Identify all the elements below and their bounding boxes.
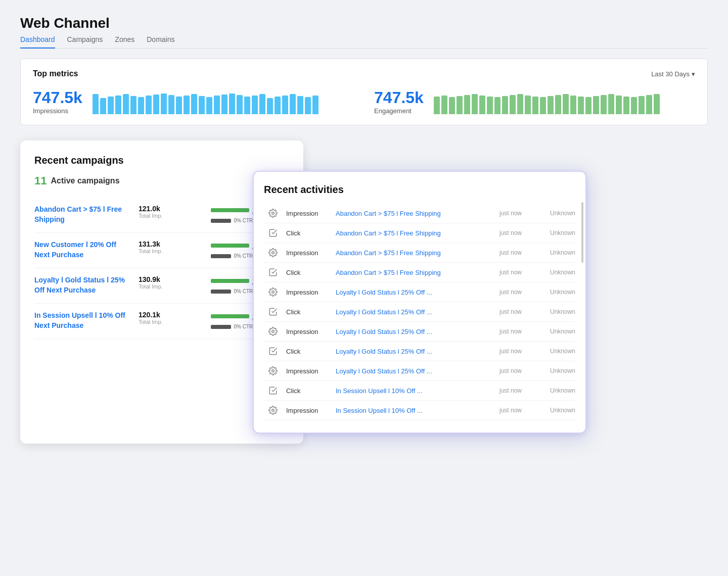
activity-time: just now xyxy=(490,387,531,394)
bar xyxy=(115,95,121,115)
activity-time: just now xyxy=(490,308,531,315)
activity-time: just now xyxy=(490,249,531,256)
bar xyxy=(267,98,273,115)
bar xyxy=(502,96,508,114)
bar xyxy=(312,95,318,114)
date-range-label: Last 30 Days xyxy=(651,70,690,78)
activity-device: Unknown xyxy=(535,387,575,394)
activity-campaign-link[interactable]: Loyalty l Gold Status l 25% Off ... xyxy=(336,289,486,296)
activity-row: ClickAbandon Cart > $75 l Free Shippingj… xyxy=(264,223,575,243)
gear-icon xyxy=(264,327,282,336)
activities-list: ImpressionAbandon Cart > $75 l Free Ship… xyxy=(264,204,575,420)
svg-point-2 xyxy=(272,291,275,294)
activity-row: ImpressionAbandon Cart > $75 l Free Ship… xyxy=(264,204,575,223)
bar xyxy=(654,94,660,114)
scrollbar[interactable] xyxy=(581,202,583,263)
bar xyxy=(578,97,584,114)
engagement-bars xyxy=(434,89,695,114)
activity-campaign-link[interactable]: Abandon Cart > $75 l Free Shipping xyxy=(336,210,486,217)
activity-row: ImpressionLoyalty l Gold Status l 25% Of… xyxy=(264,282,575,302)
activity-campaign-link[interactable]: Loyalty l Gold Status l 25% Off ... xyxy=(336,308,486,316)
tab-zones[interactable]: Zones xyxy=(115,35,134,49)
bar xyxy=(585,97,592,114)
activity-type: Click xyxy=(286,308,332,316)
activity-type: Impression xyxy=(286,328,332,335)
activity-row: ClickLoyalty l Gold Status l 25% Off ...… xyxy=(264,342,575,361)
cards-area: Recent campaigns 11 Active campaigns Aba… xyxy=(20,140,708,444)
activity-campaign-link[interactable]: In Session Upsell l 10% Off ... xyxy=(336,407,486,414)
campaign-name[interactable]: In Session Upsell l 10% Off Next Purchas… xyxy=(34,311,130,330)
click-icon xyxy=(264,347,282,356)
campaign-row: In Session Upsell l 10% Off Next Purchas… xyxy=(34,304,289,339)
bar xyxy=(237,95,243,114)
campaign-imp-label: Total Imp. xyxy=(139,319,203,325)
bar xyxy=(153,94,159,114)
activity-campaign-link[interactable]: Abandon Cart > $75 l Free Shipping xyxy=(336,229,486,237)
activity-device: Unknown xyxy=(535,229,575,236)
activity-device: Unknown xyxy=(535,407,575,414)
svg-point-3 xyxy=(272,330,275,333)
activity-time: just now xyxy=(490,229,531,236)
svg-point-1 xyxy=(272,252,275,254)
campaign-name[interactable]: Abandon Cart > $75 l Free Shipping xyxy=(34,205,130,224)
campaign-name[interactable]: New Customer l 20% Off Next Purchase xyxy=(34,240,130,260)
bar xyxy=(593,96,599,114)
bar xyxy=(639,96,645,114)
activity-campaign-link[interactable]: Abandon Cart > $75 l Free Shipping xyxy=(336,249,486,257)
tab-campaigns[interactable]: Campaigns xyxy=(67,35,103,49)
ctr-green-bar xyxy=(211,279,249,283)
bar xyxy=(540,97,546,114)
active-campaigns-label: 11 Active campaigns xyxy=(34,174,289,187)
campaign-row: New Customer l 20% Off Next Purchase 131… xyxy=(34,233,289,268)
bar xyxy=(252,95,258,115)
bar xyxy=(563,94,569,114)
bar xyxy=(441,95,447,115)
bar xyxy=(221,94,228,114)
chevron-down-icon: ▾ xyxy=(692,70,695,78)
click-icon xyxy=(264,386,282,395)
bar xyxy=(191,94,197,114)
activity-campaign-link[interactable]: Abandon Cart > $75 l Free Shipping xyxy=(336,269,486,276)
activity-time: just now xyxy=(490,348,531,355)
bar xyxy=(138,97,144,114)
campaign-impressions: 120.1k xyxy=(139,311,203,319)
impressions-info: 747.5k Impressions xyxy=(33,88,82,115)
activity-device: Unknown xyxy=(535,328,575,335)
bar xyxy=(297,96,303,114)
tab-dashboard[interactable]: Dashboard xyxy=(20,35,55,49)
bar xyxy=(176,97,182,114)
bar xyxy=(517,94,523,114)
bar xyxy=(259,94,265,114)
bar xyxy=(275,97,281,114)
activity-device: Unknown xyxy=(535,367,575,374)
date-range-selector[interactable]: Last 30 Days ▾ xyxy=(651,70,695,78)
tab-domains[interactable]: Domains xyxy=(147,35,174,49)
campaign-name[interactable]: Loyalty l Gold Status l 25% Off Next Pur… xyxy=(34,275,130,295)
bar xyxy=(123,94,129,114)
activity-campaign-link[interactable]: Loyalty l Gold Status l 25% Off ... xyxy=(336,367,486,375)
bar xyxy=(146,95,152,114)
campaign-imp-label: Total Imp. xyxy=(139,283,203,290)
activity-type: Click xyxy=(286,229,332,237)
campaign-row: Loyalty l Gold Status l 25% Off Next Pur… xyxy=(34,268,289,304)
engagement-info: 747.5k Engagement xyxy=(374,88,424,115)
activity-device: Unknown xyxy=(535,249,575,256)
bar xyxy=(161,93,167,114)
recent-activities-card: Recent activities ImpressionAbandon Cart… xyxy=(253,171,586,434)
gear-icon xyxy=(264,366,282,375)
activity-row: ClickIn Session Upsell l 10% Off ...just… xyxy=(264,381,575,401)
ctr-dark-bar xyxy=(211,290,231,294)
activity-type: Impression xyxy=(286,249,332,257)
activity-row: ImpressionLoyalty l Gold Status l 25% Of… xyxy=(264,322,575,342)
activity-campaign-link[interactable]: In Session Upsell l 10% Off ... xyxy=(336,387,486,395)
activity-campaign-link[interactable]: Loyalty l Gold Status l 25% Off ... xyxy=(336,348,486,355)
svg-point-4 xyxy=(272,370,275,372)
click-icon xyxy=(264,307,282,316)
activity-campaign-link[interactable]: Loyalty l Gold Status l 25% Off ... xyxy=(336,328,486,335)
activity-device: Unknown xyxy=(535,210,575,217)
activities-title: Recent activities xyxy=(264,184,575,196)
bar xyxy=(244,97,250,114)
bar xyxy=(290,94,296,114)
ctr-green-bar xyxy=(211,244,249,248)
bar xyxy=(214,95,220,114)
